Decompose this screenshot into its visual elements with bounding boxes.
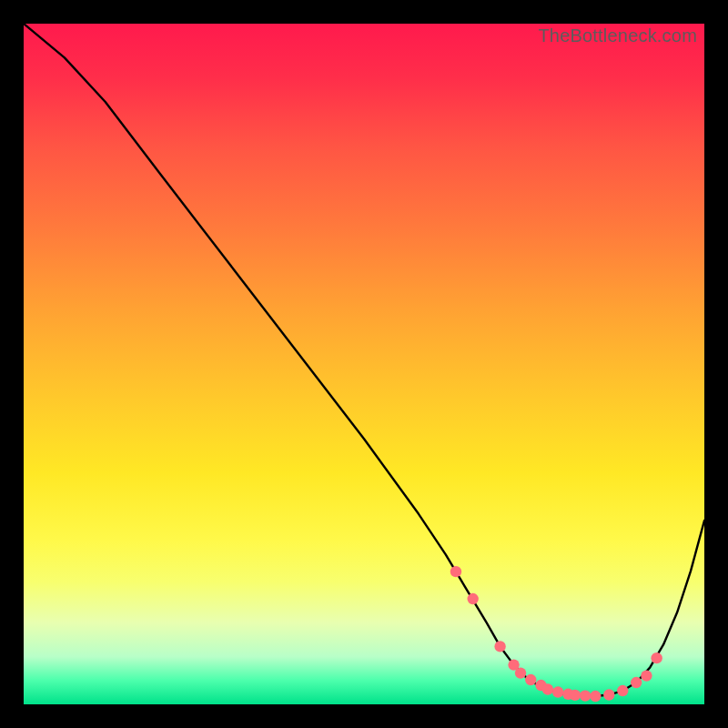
data-point-marker bbox=[617, 685, 628, 696]
data-point-marker bbox=[515, 667, 526, 678]
chart-svg-overlay bbox=[24, 24, 704, 704]
watermark-text: TheBottleneck.com bbox=[538, 25, 697, 46]
chart-frame: TheBottleneck.com bbox=[24, 24, 704, 704]
data-point-marker bbox=[467, 593, 478, 604]
data-point-marker bbox=[494, 641, 505, 652]
data-point-marker bbox=[631, 677, 642, 688]
data-point-marker bbox=[603, 689, 614, 700]
data-point-marker bbox=[542, 683, 553, 694]
data-point-marker bbox=[580, 690, 591, 701]
data-point-marker bbox=[651, 652, 662, 663]
data-point-marker bbox=[552, 686, 563, 697]
bottleneck-curve bbox=[24, 24, 704, 696]
data-point-marker bbox=[570, 690, 581, 701]
data-point-marker bbox=[590, 691, 601, 702]
data-point-marker bbox=[450, 566, 461, 577]
marker-group bbox=[450, 566, 662, 702]
data-point-marker bbox=[525, 674, 536, 685]
data-point-marker bbox=[641, 670, 652, 681]
